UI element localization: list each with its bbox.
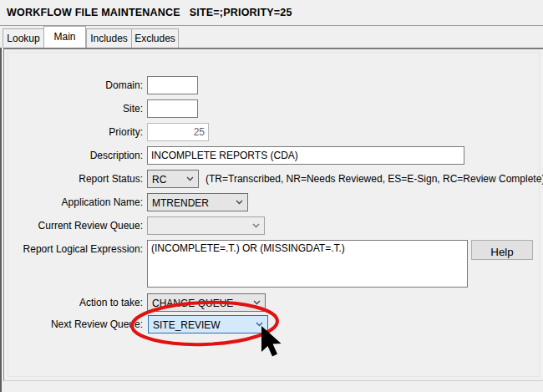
- tab-includes[interactable]: Includes: [86, 28, 132, 48]
- report-status-value: RC: [152, 174, 166, 186]
- chevron-down-icon: [252, 223, 260, 228]
- tab-excludes[interactable]: Excludes: [131, 28, 179, 48]
- priority-input: [147, 123, 209, 141]
- report-status-combobox[interactable]: RC: [147, 170, 199, 188]
- report-status-hint: (TR=Transcribed, NR=Needs Reviewed, ES=E…: [206, 173, 543, 185]
- action-to-take-label: Action to take:: [4, 297, 143, 308]
- current-review-queue-combobox[interactable]: [147, 216, 265, 235]
- chevron-down-icon: [253, 300, 261, 305]
- report-status-label: Report Status:: [4, 173, 143, 185]
- site-input[interactable]: [147, 99, 198, 118]
- chevron-down-icon: [236, 200, 243, 205]
- main-tab-page: Domain: Site: Priority: Description: Rep…: [3, 48, 543, 381]
- next-review-queue-combobox[interactable]: SITE_REVIEW: [148, 315, 268, 333]
- chevron-down-icon: [256, 322, 263, 327]
- report-logical-expression-label: Report Logical Expression:: [4, 243, 143, 255]
- tab-main[interactable]: Main: [43, 26, 86, 48]
- application-name-combobox[interactable]: MTRENDER: [147, 193, 248, 211]
- chevron-down-icon: [186, 176, 194, 181]
- priority-label: Priority:: [4, 126, 143, 138]
- tab-strip: Lookup Main Includes Excludes: [0, 26, 543, 48]
- next-review-queue-value: SITE_REVIEW: [153, 319, 221, 331]
- current-review-queue-label: Current Review Queue:: [4, 220, 143, 232]
- application-name-label: Application Name:: [4, 196, 143, 208]
- action-to-take-value: CHANGE QUEUE: [152, 298, 233, 309]
- report-logical-expression-textarea[interactable]: [147, 240, 468, 288]
- workflow-file-maintenance-window: WORKFLOW FILE MAINTENANCE SITE=;PRIORITY…: [0, 0, 543, 392]
- domain-input[interactable]: [147, 76, 198, 94]
- window-left-edge: [0, 48, 2, 392]
- tab-lookup[interactable]: Lookup: [3, 28, 44, 48]
- application-name-value: MTRENDER: [152, 197, 209, 209]
- site-label: Site:: [4, 103, 143, 115]
- help-button[interactable]: Help: [471, 240, 533, 260]
- description-input[interactable]: [147, 146, 464, 165]
- titlebar: WORKFLOW FILE MAINTENANCE SITE=;PRIORITY…: [0, 0, 543, 26]
- description-label: Description:: [4, 150, 143, 161]
- window-title: WORKFLOW FILE MAINTENANCE SITE=;PRIORITY…: [7, 7, 292, 18]
- action-to-take-combobox[interactable]: CHANGE QUEUE: [147, 293, 266, 312]
- next-review-queue-label: Next Review Queue:: [4, 318, 143, 330]
- domain-label: Domain:: [4, 79, 143, 91]
